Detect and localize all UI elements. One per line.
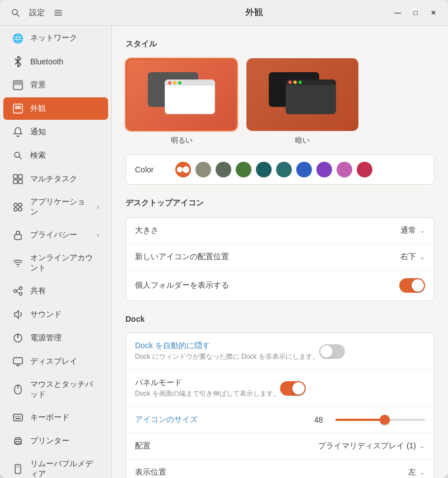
icon-position-chevron-icon: ⌄	[419, 253, 425, 261]
sidebar-item-network[interactable]: 🌐 ネットワーク	[3, 27, 108, 49]
sidebar-label-sharing: 共有	[30, 286, 46, 296]
style-label-light: 明るい	[171, 135, 193, 146]
icon-position-label: 新しいアイコンの配置位置	[135, 252, 400, 262]
panel-mode-sub: Dock を画面の端まで引き伸ばして表示します。	[135, 389, 280, 399]
display-position-chevron-icon: ⌄	[419, 468, 425, 476]
removable-icon	[12, 463, 24, 475]
keyboard-icon	[12, 412, 24, 423]
color-row: Color	[125, 154, 435, 185]
menu-button[interactable]	[49, 4, 67, 22]
sidebar-item-mouse[interactable]: マウスとタッチパッド	[3, 374, 108, 405]
sidebar-item-background[interactable]: 背景	[3, 74, 108, 96]
auto-hide-row: Dock を自動的に隠す Dock にウィンドウが重なった際に Dock を非表…	[126, 333, 434, 370]
color-swatch-4[interactable]	[256, 162, 272, 177]
sidebar-item-apps[interactable]: アプリケーション ›	[3, 191, 108, 223]
close-button[interactable]: ✕	[426, 5, 441, 21]
personal-folder-label: 個人フォルダーを表示する	[135, 280, 399, 290]
sidebar-item-search[interactable]: 検索	[3, 144, 108, 167]
color-swatch-2[interactable]	[216, 162, 231, 177]
sidebar-label-online: オンラインアカウント	[30, 253, 99, 273]
svg-rect-33	[13, 414, 22, 421]
style-section-title: スタイル	[125, 39, 435, 49]
color-swatches	[175, 162, 372, 177]
color-swatch-9[interactable]	[357, 162, 372, 177]
style-preview-dark[interactable]	[246, 58, 358, 131]
sidebar-label-sound: サウンド	[30, 310, 62, 320]
icon-position-row: 新しいアイコンの配置位置 右下 ⌄	[126, 244, 434, 270]
sidebar-item-notifications[interactable]: 通知	[3, 121, 108, 143]
svg-point-22	[14, 290, 17, 293]
auto-hide-labels: Dock を自動的に隠す Dock にウィンドウが重なった際に Dock を非表…	[135, 341, 319, 362]
multitask-icon	[12, 174, 24, 185]
sidebar-item-printer[interactable]: プリンター	[3, 430, 108, 452]
sidebar-item-removable[interactable]: リムーバブルメディア	[3, 453, 108, 478]
svg-point-15	[14, 203, 17, 207]
appearance-icon	[12, 103, 24, 114]
sidebar-item-privacy[interactable]: プライバシー ›	[3, 224, 108, 246]
icon-size-value: 48	[314, 415, 331, 424]
search-button[interactable]	[7, 4, 25, 22]
display-position-value[interactable]: 左 ⌄	[408, 467, 425, 477]
sidebar-item-sound[interactable]: サウンド	[3, 303, 108, 326]
sidebar-label-appearance: 外観	[30, 104, 46, 114]
size-value[interactable]: 通常 ⌄	[400, 226, 425, 236]
color-swatch-0[interactable]	[175, 162, 191, 177]
sidebar-item-multitask[interactable]: マルチタスク	[3, 168, 108, 190]
sidebar-label-printer: プリンター	[30, 436, 69, 446]
color-swatch-8[interactable]	[337, 162, 352, 177]
slider-thumb[interactable]	[380, 415, 390, 425]
svg-rect-6	[13, 81, 22, 85]
sidebar: 🌐 ネットワーク Bluetooth	[0, 26, 112, 478]
svg-rect-28	[13, 358, 22, 364]
auto-hide-knob	[320, 345, 333, 358]
icon-size-track[interactable]	[335, 419, 425, 421]
color-swatch-7[interactable]	[316, 162, 332, 177]
network-icon: 🌐	[12, 32, 24, 44]
sidebar-item-online[interactable]: オンラインアカウント	[3, 247, 108, 279]
search-sidebar-icon	[12, 150, 24, 161]
svg-line-1	[17, 14, 19, 16]
sidebar-item-display[interactable]: ディスプレイ	[3, 350, 108, 373]
sidebar-label-notifications: 通知	[30, 127, 46, 137]
titlebar-controls: — □ ✕	[390, 5, 441, 21]
sidebar-item-sharing[interactable]: 共有	[3, 280, 108, 302]
position-value[interactable]: プライマリディスプレイ (1) ⌄	[318, 441, 425, 451]
svg-point-16	[18, 203, 22, 207]
privacy-arrow-icon: ›	[97, 231, 99, 239]
settings-window: 設定 外観 — □ ✕ 🌐 ネットワーク	[0, 0, 448, 478]
titlebar: 設定 外観 — □ ✕	[0, 0, 448, 26]
icon-size-row: アイコンのサイズ 48	[126, 407, 434, 433]
main-area: 🌐 ネットワーク Bluetooth	[0, 26, 448, 478]
svg-rect-8	[15, 106, 21, 109]
titlebar-left: 設定	[7, 4, 119, 22]
icon-position-value[interactable]: 右下 ⌄	[400, 252, 425, 262]
dock-section-title: Dock	[125, 315, 435, 324]
sidebar-item-bluetooth[interactable]: Bluetooth	[3, 50, 108, 73]
svg-line-24	[16, 289, 19, 290]
sidebar-item-power[interactable]: 電源管理	[3, 327, 108, 349]
color-row-label: Color	[135, 165, 169, 174]
mouse-icon	[12, 384, 24, 395]
style-card-dark[interactable]: 暗い	[246, 58, 358, 146]
auto-hide-toggle[interactable]	[319, 344, 345, 359]
auto-hide-sub: Dock にウィンドウが重なった際に Dock を非表示にします。	[135, 352, 319, 362]
sidebar-item-keyboard[interactable]: キーボード	[3, 406, 108, 429]
icon-size-label: アイコンのサイズ	[135, 415, 314, 425]
toggle-knob	[412, 279, 424, 292]
color-swatch-6[interactable]	[296, 162, 312, 177]
style-card-light[interactable]: 明るい	[125, 58, 237, 146]
maximize-button[interactable]: □	[408, 5, 423, 21]
size-chevron-icon: ⌄	[419, 227, 425, 235]
icon-size-slider-container: 48	[314, 415, 425, 424]
personal-folder-toggle[interactable]	[399, 278, 425, 293]
svg-rect-19	[15, 235, 21, 240]
minimize-button[interactable]: —	[390, 5, 405, 21]
color-swatch-5[interactable]	[276, 162, 292, 177]
sidebar-item-appearance[interactable]: 外観	[3, 97, 108, 120]
window-title: 外観	[245, 7, 263, 18]
style-preview-light[interactable]	[125, 58, 237, 131]
color-swatch-3[interactable]	[236, 162, 251, 177]
color-swatch-1[interactable]	[195, 162, 211, 177]
panel-mode-toggle[interactable]	[280, 381, 306, 396]
style-cards: 明るい	[125, 58, 435, 146]
